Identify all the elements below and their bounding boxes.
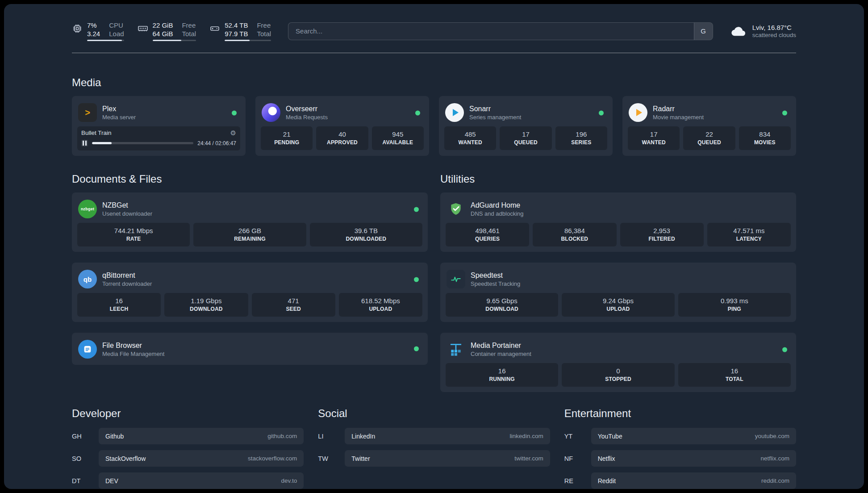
bookmark-linkedin[interactable]: LI LinkedIn linkedin.com — [318, 428, 550, 444]
cpu-usage-value: 7% — [87, 21, 100, 29]
bookmark-youtube[interactable]: YT YouTube youtube.com — [564, 428, 796, 444]
service-name[interactable]: Radarr — [653, 105, 704, 113]
gear-icon[interactable] — [230, 130, 236, 136]
bookmark-name[interactable]: StackOverflow — [105, 455, 146, 462]
bookmark-name[interactable]: Github — [105, 433, 124, 440]
service-description: Media server — [102, 114, 136, 121]
service-name[interactable]: Sonarr — [469, 105, 521, 113]
stat-queries: 498,461 QUERIES — [446, 223, 529, 246]
service-card-speedtest[interactable]: Speedtest Speedtest Tracking 9.65 Gbps D… — [440, 263, 796, 322]
disk-total-value: 97.9 TB — [225, 29, 248, 38]
playback-progress-bar[interactable] — [92, 142, 193, 144]
service-card-radarr[interactable]: Radarr Movie management 17 WANTED 22 QUE… — [622, 96, 796, 156]
service-name[interactable]: NZBGet — [102, 201, 152, 209]
service-card-portainer[interactable]: Media Portainer Container management 16 … — [440, 333, 796, 392]
bookmark-abbr: LI — [318, 433, 345, 440]
search-bar: G — [288, 22, 713, 40]
memory-free-label: Free — [182, 21, 196, 29]
bookmark-netflix[interactable]: NF Netflix netflix.com — [564, 450, 796, 467]
service-name[interactable]: AdGuard Home — [471, 201, 524, 209]
stat-upload: 618.52 Mbps UPLOAD — [339, 293, 422, 317]
bookmark-name[interactable]: YouTube — [598, 433, 622, 440]
service-name[interactable]: Overseerr — [286, 105, 328, 113]
disk-widget: 52.4 TB Free 97.9 TB Total — [209, 21, 271, 41]
status-dot — [782, 347, 787, 352]
service-card-overseerr[interactable]: Overseerr Media Requests 21 PENDING 40 A… — [255, 96, 429, 156]
bookmark-group-entertainment: Entertainment YT YouTube youtube.com NF … — [564, 392, 796, 489]
bookmark-abbr: SO — [72, 455, 99, 462]
status-dot — [415, 111, 420, 116]
bookmark-url: dev.to — [281, 477, 297, 484]
bookmark-reddit[interactable]: RE Reddit reddit.com — [564, 472, 796, 489]
documents-column: Documents & Files nzbget NZBGet Usenet d… — [72, 156, 428, 392]
bookmark-name[interactable]: Reddit — [598, 477, 616, 485]
adguard-icon — [447, 200, 465, 218]
disk-icon — [209, 23, 220, 34]
service-card-sonarr[interactable]: Sonarr Series management 485 WANTED 17 Q… — [439, 96, 613, 156]
weather-widget: Lviv, 16.87°C scattered clouds — [730, 23, 796, 40]
stat-seed: 471 SEED — [252, 293, 335, 317]
bookmark-name[interactable]: Netflix — [598, 455, 615, 462]
service-card-qbittorrent[interactable]: qb qBittorrent Torrent downloader 16 LEE… — [72, 263, 428, 322]
stat-stopped: 0 STOPPED — [562, 363, 674, 387]
service-name[interactable]: qBittorrent — [102, 272, 152, 280]
service-card-nzbget[interactable]: nzbget NZBGet Usenet downloader 744.21 M… — [72, 192, 428, 252]
filebrowser-icon — [78, 340, 97, 359]
service-description: Speedtest Tracking — [471, 280, 520, 287]
service-name[interactable]: Media Portainer — [471, 342, 531, 350]
status-dot — [414, 207, 419, 212]
search-input[interactable] — [288, 23, 694, 40]
bookmark-name[interactable]: DEV — [105, 477, 118, 485]
service-description: DNS and adblocking — [471, 210, 524, 217]
stat-total: 16 TOTAL — [678, 363, 791, 387]
bookmark-dev[interactable]: DT DEV dev.to — [72, 472, 304, 489]
memory-free-value: 22 GiB — [153, 21, 173, 29]
cpu-widget: 7% CPU 3.24 Load — [72, 21, 124, 41]
plex-icon: > — [78, 103, 97, 122]
bookmark-abbr: RE — [564, 477, 591, 485]
section-title-developer: Developer — [72, 407, 304, 420]
status-dot — [782, 111, 787, 116]
bookmark-twitter[interactable]: TW Twitter twitter.com — [318, 450, 550, 467]
bookmark-url: linkedin.com — [510, 433, 543, 439]
stat-running: 16 RUNNING — [446, 363, 558, 387]
stat-queued: 22 QUEUED — [683, 126, 735, 150]
section-title-documents: Documents & Files — [72, 173, 428, 185]
stat-latency: 47.571 ms LATENCY — [707, 223, 791, 246]
bookmark-group-developer: Developer GH Github github.com SO StackO… — [72, 392, 304, 489]
stat-downloaded: 39.6 TB DOWNLOADED — [310, 223, 422, 246]
disk-total-label: Total — [257, 29, 271, 38]
bookmark-name[interactable]: LinkedIn — [351, 433, 375, 440]
bookmark-name[interactable]: Twitter — [351, 455, 370, 462]
stat-approved: 40 APPROVED — [316, 126, 368, 150]
memory-icon — [138, 23, 148, 34]
service-description: Media File Management — [102, 351, 164, 357]
disk-free-value: 52.4 TB — [225, 21, 248, 29]
service-name[interactable]: Speedtest — [471, 272, 520, 280]
status-dot — [599, 111, 604, 116]
cpu-load-label: Load — [109, 29, 124, 38]
sonarr-icon — [445, 103, 464, 122]
pause-button[interactable] — [81, 140, 88, 146]
service-card-filebrowser[interactable]: File Browser Media File Management — [72, 333, 428, 365]
service-card-adguard[interactable]: AdGuard Home DNS and adblocking 498,461 … — [440, 192, 796, 252]
status-dot — [232, 111, 237, 116]
stat-pending: 21 PENDING — [261, 126, 313, 150]
overseerr-icon — [262, 103, 280, 122]
topbar-divider — [72, 53, 796, 53]
media-grid: > Plex Media server Bullet Train — [72, 96, 796, 156]
service-name[interactable]: Plex — [102, 105, 136, 113]
stat-queued: 17 QUEUED — [500, 126, 551, 150]
service-card-plex[interactable]: > Plex Media server Bullet Train — [72, 96, 246, 156]
bookmark-github[interactable]: GH Github github.com — [72, 428, 304, 444]
utilities-column: Utilities AdGuard Home DNS and adblockin… — [440, 156, 796, 392]
stat-ping: 0.993 ms PING — [678, 293, 791, 317]
service-name[interactable]: File Browser — [102, 342, 164, 350]
bookmark-abbr: GH — [72, 433, 99, 440]
bookmark-abbr: YT — [564, 433, 591, 440]
bookmark-stackoverflow[interactable]: SO StackOverflow stackoverflow.com — [72, 450, 304, 467]
stat-filtered: 2,953 FILTERED — [620, 223, 704, 246]
weather-location: Lviv, 16.87°C — [752, 24, 796, 31]
search-provider-button[interactable]: G — [694, 23, 713, 40]
stat-movies: 834 MOVIES — [739, 126, 791, 150]
